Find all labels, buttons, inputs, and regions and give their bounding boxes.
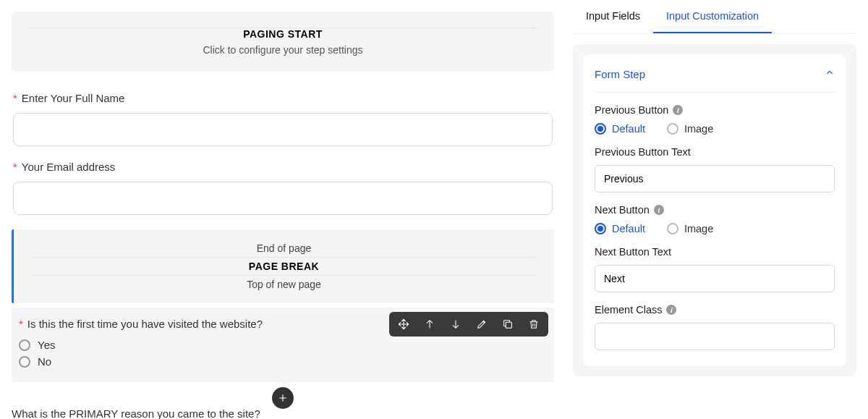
field-email-label: Your Email address [22,161,116,173]
required-asterisk: * [19,318,23,330]
info-icon[interactable]: i [666,305,676,315]
radio-option-no[interactable]: No [19,355,547,368]
duplicate-icon[interactable] [495,315,521,334]
page-break-end-text: End of page [14,242,554,254]
field-email[interactable]: *Your Email address [12,161,554,215]
radio-option-yes[interactable]: Yes [19,339,547,351]
info-icon[interactable]: i [673,105,683,115]
page-break-block[interactable]: End of page PAGE BREAK Top of new page [12,229,554,303]
radio-yes-label: Yes [38,339,55,351]
delete-icon[interactable] [521,315,547,334]
prev-btn-default-radio[interactable]: Default [595,123,645,135]
move-up-icon[interactable] [417,315,443,334]
info-icon[interactable]: i [654,205,664,215]
paging-start-subtitle: Click to configure your step settings [12,44,554,56]
required-asterisk: * [13,92,17,104]
form-step-card: Form Step Previous Buttoni Default Image… [583,54,846,366]
svg-rect-0 [506,322,511,328]
add-field-button[interactable] [272,387,294,409]
next-text-label: Next Button Text [595,246,835,258]
next-button-label: Next Buttoni [595,204,835,216]
tab-input-fields[interactable]: Input Fields [573,0,653,33]
paging-start-title: PAGING START [12,28,554,40]
next-text-input[interactable] [595,265,835,292]
sidebar-tabs: Input Fields Input Customization [573,0,856,34]
edit-icon[interactable] [469,315,495,334]
field-full-name-label: Enter Your Full Name [22,92,125,104]
field-first-visit[interactable]: *Is this the first time you have visited… [12,308,554,382]
form-step-title: Form Step [595,68,645,80]
field-full-name[interactable]: *Enter Your Full Name [12,92,554,146]
radio-no-label: No [38,355,51,368]
next-btn-image-radio[interactable]: Image [667,223,713,234]
tab-input-customization[interactable]: Input Customization [653,0,772,33]
prev-btn-image-radio[interactable]: Image [667,123,713,135]
page-break-top-text: Top of new page [14,279,554,290]
form-step-header[interactable]: Form Step [595,67,835,93]
radio-default-label: Default [612,123,645,135]
radio-default-label: Default [612,223,645,234]
element-class-input[interactable] [595,323,835,350]
move-down-icon[interactable] [443,315,469,334]
full-name-input[interactable] [13,113,553,146]
paging-start-block[interactable]: PAGING START Click to configure your ste… [12,12,554,72]
element-class-label: Element Classi [595,304,835,316]
radio-icon [19,356,30,368]
move-handle-icon[interactable] [391,315,417,334]
field-primary-reason-label[interactable]: What is the PRIMARY reason you came to t… [12,407,554,419]
chevron-up-icon [825,67,835,80]
radio-icon [19,339,30,351]
email-input[interactable] [13,182,553,215]
page-break-title: PAGE BREAK [14,261,554,272]
field-toolbar [389,312,548,337]
radio-image-label: Image [684,123,713,135]
prev-text-label: Previous Button Text [595,146,835,158]
next-btn-default-radio[interactable]: Default [595,223,645,234]
required-asterisk: * [13,161,17,173]
radio-image-label: Image [684,223,713,234]
previous-button-label: Previous Buttoni [595,104,835,116]
field-first-visit-label: Is this the first time you have visited … [27,318,263,330]
prev-text-input[interactable] [595,165,835,192]
